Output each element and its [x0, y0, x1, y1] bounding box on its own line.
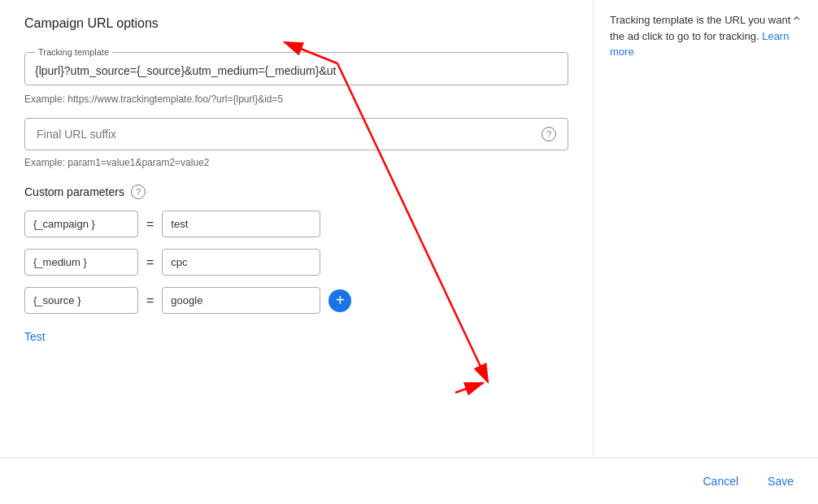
footer-bar: Cancel Save [0, 458, 818, 504]
param-row-3: {_source } = [24, 287, 568, 314]
collapse-icon[interactable]: ⌃ [791, 12, 802, 32]
svg-line-4 [455, 383, 483, 393]
final-url-suffix-help-icon[interactable]: ? [542, 127, 556, 141]
tracking-template-fieldset: Tracking template [24, 47, 568, 85]
param-row-2: {_medium } = [24, 249, 568, 276]
page-title: Campaign URL options [24, 16, 568, 31]
test-link[interactable]: Test [24, 330, 46, 343]
equals-sign-3: = [146, 293, 154, 308]
tracking-template-example: Example: https://www.trackingtemplate.fo… [24, 93, 568, 105]
param-value-2[interactable] [162, 249, 320, 276]
tracking-template-input[interactable] [35, 64, 558, 77]
cancel-button[interactable]: Cancel [694, 470, 746, 493]
final-url-suffix-example: Example: param1=value1&param2=value2 [24, 157, 568, 168]
param-value-3[interactable] [162, 287, 320, 314]
custom-parameters-header: Custom parameters ? [24, 185, 568, 199]
custom-parameters-help-icon[interactable]: ? [131, 185, 146, 199]
tracking-template-group: Tracking template [24, 47, 568, 85]
tracking-template-label: Tracking template [35, 47, 112, 57]
add-parameter-button[interactable] [329, 289, 351, 312]
save-button[interactable]: Save [759, 470, 802, 493]
param-key-2: {_medium } [24, 249, 138, 276]
final-url-suffix-input[interactable] [37, 128, 542, 141]
param-key-1: {_campaign } [24, 211, 138, 237]
equals-sign-1: = [146, 217, 154, 232]
right-panel: Tracking template is the URL you want th… [594, 0, 818, 458]
param-value-1[interactable] [162, 211, 320, 237]
final-url-suffix-box: ? [24, 118, 568, 150]
param-row-1: {_campaign } = [24, 211, 568, 237]
custom-parameters-label: Custom parameters [24, 185, 124, 198]
param-key-3: {_source } [24, 287, 138, 314]
equals-sign-2: = [146, 255, 154, 270]
